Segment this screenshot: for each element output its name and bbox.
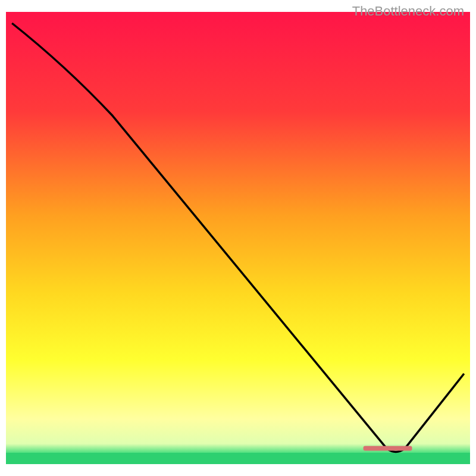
marker-bar — [364, 446, 412, 450]
bottom-green-band — [6, 453, 470, 464]
watermark-text: TheBottleneck.com — [352, 4, 464, 19]
chart-svg — [0, 0, 476, 476]
chart-container: TheBottleneck.com — [0, 0, 476, 476]
